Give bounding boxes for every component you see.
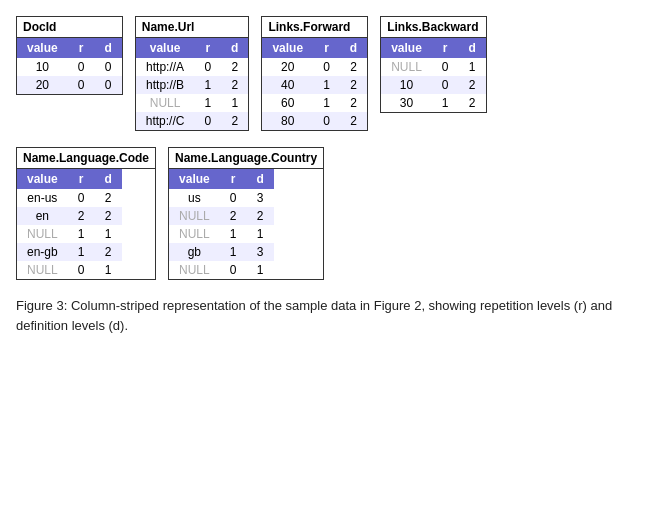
table-cell: 2: [340, 94, 367, 112]
table-cell: 30: [381, 94, 432, 112]
table-cell: 0: [220, 261, 247, 279]
table-name-language-country-title: Name.Language.Country: [169, 148, 323, 169]
table-cell: http://A: [136, 58, 195, 76]
table-cell: 0: [68, 58, 95, 76]
table-docid-title: DocId: [17, 17, 122, 38]
table-cell: 1: [246, 261, 273, 279]
col-r: r: [313, 38, 340, 58]
table-name-url: Name.Url value r d http://A02http://B12N…: [135, 16, 250, 131]
table-cell: 1: [432, 94, 459, 112]
table-cell: 0: [68, 189, 95, 207]
table-name-language-code: Name.Language.Code value r d en-us02en22…: [16, 147, 156, 280]
table-cell: 80: [262, 112, 313, 130]
table-cell: 2: [221, 112, 248, 130]
table-cell: 0: [68, 76, 95, 94]
table-cell: us: [169, 189, 220, 207]
table-links-forward-title: Links.Forward: [262, 17, 367, 38]
table-cell: 2: [94, 189, 121, 207]
table-cell: gb: [169, 243, 220, 261]
table-cell: 1: [221, 94, 248, 112]
col-r: r: [220, 169, 247, 189]
table-cell: 40: [262, 76, 313, 94]
col-d: d: [459, 38, 486, 58]
table-cell: 10: [17, 58, 68, 76]
tables-row-1: DocId value r d 10002000 Name.Url value: [16, 16, 642, 131]
table-cell: 1: [94, 261, 121, 279]
col-r: r: [68, 169, 95, 189]
table-cell: 1: [68, 225, 95, 243]
col-value: value: [17, 38, 68, 58]
table-cell: en-us: [17, 189, 68, 207]
table-cell: 1: [220, 243, 247, 261]
table-cell: 0: [94, 76, 121, 94]
table-cell: 0: [432, 58, 459, 76]
table-cell: 2: [459, 94, 486, 112]
col-d: d: [221, 38, 248, 58]
col-r: r: [194, 38, 221, 58]
table-cell: 3: [246, 243, 273, 261]
table-cell: 0: [313, 112, 340, 130]
table-name-language-country: Name.Language.Country value r d us03NULL…: [168, 147, 324, 280]
col-value: value: [262, 38, 313, 58]
table-cell: 2: [221, 76, 248, 94]
table-name-url-title: Name.Url: [136, 17, 249, 38]
col-d: d: [94, 169, 121, 189]
col-value: value: [136, 38, 195, 58]
table-cell: 2: [246, 207, 273, 225]
table-links-forward: Links.Forward value r d 2002401260128002: [261, 16, 368, 131]
table-cell: en: [17, 207, 68, 225]
tables-row-2: Name.Language.Code value r d en-us02en22…: [16, 147, 642, 280]
table-cell: 0: [194, 112, 221, 130]
table-cell: 1: [246, 225, 273, 243]
col-d: d: [340, 38, 367, 58]
table-cell: NULL: [17, 225, 68, 243]
table-cell: 0: [313, 58, 340, 76]
figure-caption: Figure 3: Column-striped representation …: [16, 296, 642, 335]
table-cell: 2: [94, 207, 121, 225]
table-cell: 0: [68, 261, 95, 279]
table-cell: NULL: [381, 58, 432, 76]
table-cell: 2: [459, 76, 486, 94]
col-r: r: [432, 38, 459, 58]
table-cell: 2: [221, 58, 248, 76]
table-cell: http://B: [136, 76, 195, 94]
table-cell: NULL: [136, 94, 195, 112]
table-cell: 20: [262, 58, 313, 76]
table-cell: 1: [313, 76, 340, 94]
table-cell: NULL: [17, 261, 68, 279]
table-cell: 1: [220, 225, 247, 243]
table-cell: 0: [194, 58, 221, 76]
col-r: r: [68, 38, 95, 58]
table-cell: NULL: [169, 207, 220, 225]
table-cell: 3: [246, 189, 273, 207]
table-links-backward-title: Links.Backward: [381, 17, 486, 38]
table-cell: en-gb: [17, 243, 68, 261]
table-cell: 1: [459, 58, 486, 76]
table-cell: 0: [220, 189, 247, 207]
table-cell: 1: [313, 94, 340, 112]
col-value: value: [169, 169, 220, 189]
table-cell: 20: [17, 76, 68, 94]
table-cell: 10: [381, 76, 432, 94]
main-content: DocId value r d 10002000 Name.Url value: [16, 16, 642, 335]
table-cell: 2: [340, 76, 367, 94]
table-links-backward: Links.Backward value r d NULL0110023012: [380, 16, 487, 113]
table-cell: 0: [432, 76, 459, 94]
table-cell: 0: [94, 58, 121, 76]
table-name-language-code-title: Name.Language.Code: [17, 148, 155, 169]
table-docid: DocId value r d 10002000: [16, 16, 123, 95]
col-value: value: [17, 169, 68, 189]
table-cell: 1: [94, 225, 121, 243]
table-cell: 2: [220, 207, 247, 225]
table-cell: 1: [194, 76, 221, 94]
col-d: d: [94, 38, 121, 58]
table-cell: 2: [68, 207, 95, 225]
table-cell: NULL: [169, 225, 220, 243]
table-cell: 2: [94, 243, 121, 261]
table-cell: 1: [194, 94, 221, 112]
table-cell: 60: [262, 94, 313, 112]
table-cell: 2: [340, 112, 367, 130]
table-cell: http://C: [136, 112, 195, 130]
col-value: value: [381, 38, 432, 58]
table-cell: 2: [340, 58, 367, 76]
